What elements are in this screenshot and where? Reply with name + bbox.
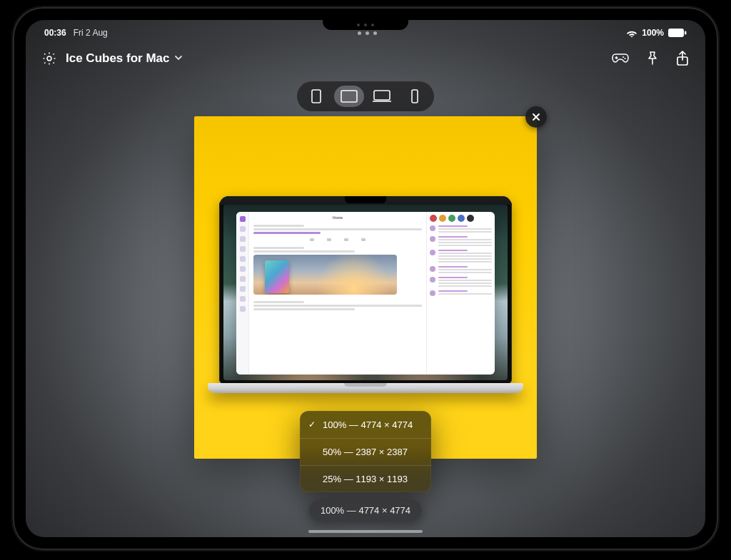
battery-percent: 100% — [642, 28, 664, 38]
gamepad-icon[interactable] — [611, 51, 630, 66]
status-time: 00:36 — [44, 28, 66, 38]
device-iphone[interactable] — [400, 86, 430, 107]
app-sidebar — [236, 212, 249, 375]
size-pill[interactable]: 100% — 4774 × 4774 — [309, 499, 422, 521]
svg-point-2 — [47, 56, 51, 61]
svg-rect-1 — [685, 31, 686, 35]
nav-bar: Ice Cubes for Mac — [26, 44, 705, 73]
device-ipad-landscape[interactable] — [334, 86, 364, 107]
close-icon[interactable] — [525, 106, 547, 128]
size-menu: ✓ 100% — 4774 × 4774 50% — 2387 × 2387 2… — [300, 411, 431, 492]
svg-rect-8 — [374, 91, 390, 100]
svg-rect-7 — [341, 91, 357, 102]
checkmark-icon: ✓ — [307, 419, 317, 429]
wifi-icon — [626, 29, 637, 37]
size-option-25[interactable]: 25% — 1193 × 1193 — [300, 465, 431, 492]
app-window: Home — [236, 212, 495, 375]
ipad-frame: 00:36 Fri 2 Aug 100% — [13, 7, 718, 550]
device-picker — [297, 81, 434, 111]
device-ipad-portrait[interactable] — [301, 86, 331, 107]
svg-rect-9 — [412, 90, 418, 103]
share-icon[interactable] — [675, 50, 690, 67]
status-bar: 00:36 Fri 2 Aug 100% — [26, 24, 705, 41]
mockup-canvas[interactable]: Home — [194, 116, 537, 459]
app-header: Home — [333, 215, 343, 220]
pin-icon[interactable] — [645, 51, 660, 66]
title-text: Ice Cubes for Mac — [66, 51, 170, 66]
svg-rect-6 — [312, 90, 321, 103]
multitasking-dots[interactable] — [358, 31, 377, 35]
status-date: Fri 2 Aug — [74, 28, 108, 38]
macbook-mockup: Home — [219, 196, 512, 393]
device-mac[interactable] — [367, 86, 397, 107]
svg-point-4 — [625, 58, 626, 59]
battery-icon — [668, 29, 687, 37]
svg-rect-0 — [668, 29, 684, 37]
size-option-100[interactable]: ✓ 100% — 4774 × 4774 — [300, 411, 431, 438]
chevron-down-icon — [174, 51, 183, 66]
gear-icon[interactable] — [41, 51, 57, 66]
size-option-50[interactable]: 50% — 2387 × 2387 — [300, 438, 431, 465]
document-title[interactable]: Ice Cubes for Mac — [66, 51, 183, 66]
home-indicator[interactable] — [308, 530, 423, 533]
svg-point-3 — [622, 56, 624, 58]
screen: 00:36 Fri 2 Aug 100% — [26, 20, 705, 537]
